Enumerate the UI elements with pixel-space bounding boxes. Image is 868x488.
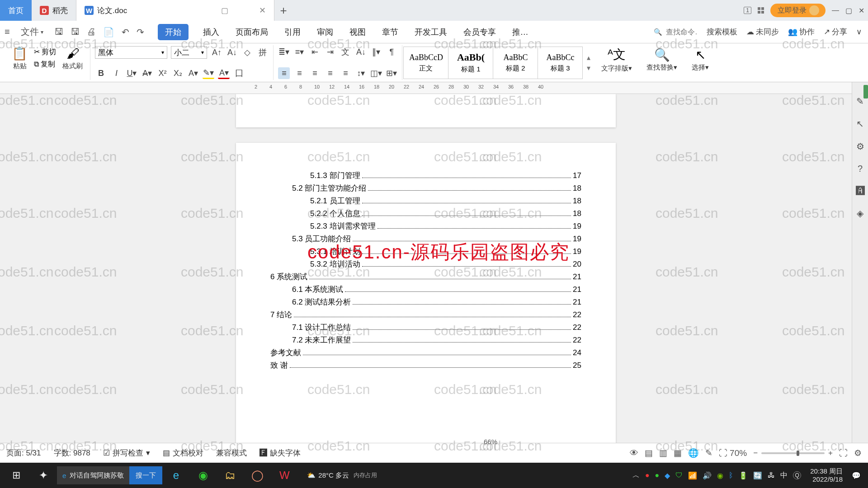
strike-icon[interactable]: A̶▾ bbox=[141, 67, 153, 79]
clear-format-icon[interactable]: ◇ bbox=[241, 47, 253, 58]
tray-q-icon[interactable]: Q bbox=[793, 471, 801, 479]
weather-widget[interactable]: ⛅ 28°C 多云 bbox=[307, 471, 349, 480]
outdent-icon[interactable]: ⇤ bbox=[309, 46, 321, 58]
ribbon-tab-8[interactable]: 会员专享 bbox=[462, 24, 498, 40]
font-size-select[interactable]: 小二▾ bbox=[171, 46, 207, 59]
style-item-1[interactable]: AaBb(标题 1 bbox=[448, 47, 493, 79]
document-viewport[interactable]: 5.1.3 部门管理175.2 部门主管功能介绍185.2.1 员工管理185.… bbox=[0, 94, 852, 468]
save-icon[interactable]: 🖫 bbox=[54, 27, 63, 37]
sync-status[interactable]: ☁ 未同步 bbox=[746, 27, 779, 37]
align-center-icon[interactable]: ≡ bbox=[293, 67, 305, 79]
start-button[interactable]: ⊞ bbox=[3, 469, 30, 481]
toc-entry[interactable]: 5.2.1 员工管理18 bbox=[270, 196, 581, 206]
toc-entry[interactable]: 6.2 测试结果分析21 bbox=[270, 297, 581, 307]
toc-entry[interactable]: 5.2.3 培训需求管理19 bbox=[270, 221, 581, 231]
ribbon-tab-6[interactable]: 章节 bbox=[380, 24, 400, 40]
toc-entry[interactable]: 5.3 员工功能介绍19 bbox=[270, 234, 581, 244]
apps-icon[interactable] bbox=[758, 7, 764, 14]
ribbon-tab-2[interactable]: 页面布局 bbox=[234, 24, 270, 40]
window-number-icon[interactable]: 1 bbox=[744, 7, 751, 14]
spell-check-toggle[interactable]: ☑ 拼写检查 ▾ bbox=[103, 448, 150, 458]
pointer-icon[interactable]: ↖ bbox=[856, 118, 864, 129]
collaborate-button[interactable]: 👥 协作 bbox=[788, 27, 815, 37]
tab-document[interactable]: W 论文.doc ▢ ✕ bbox=[76, 0, 274, 21]
tray-wifi-icon[interactable]: 📶 bbox=[688, 471, 697, 480]
text-direction-button[interactable]: ᴬ文文字排版▾ bbox=[599, 46, 635, 73]
document-page[interactable]: 5.1.3 部门管理175.2 部门主管功能介绍185.2.1 员工管理185.… bbox=[236, 143, 616, 468]
taskbar-app-icon[interactable]: ◯ bbox=[244, 465, 271, 486]
toc-entry[interactable]: 5.2.2 个人信息18 bbox=[270, 208, 581, 219]
sort-icon[interactable]: A↓ bbox=[355, 46, 367, 58]
font-family-select[interactable]: 黑体▾ bbox=[95, 46, 167, 59]
line-spacing-icon[interactable]: ‖▾ bbox=[370, 46, 382, 58]
borders-icon[interactable]: ⊞▾ bbox=[386, 67, 397, 79]
zoom-track[interactable] bbox=[761, 452, 825, 454]
tray-red-icon[interactable]: ● bbox=[645, 471, 650, 479]
line-height-icon[interactable]: ↕▾ bbox=[355, 67, 367, 79]
read-view-icon[interactable]: ▤ bbox=[645, 448, 653, 458]
format-brush-button[interactable]: 🖌 格式刷 bbox=[60, 46, 85, 70]
taskbar-search-button[interactable]: 搜一下 bbox=[129, 466, 162, 484]
fullscreen-icon[interactable]: ⛶ bbox=[839, 448, 848, 458]
tray-green-icon[interactable]: ● bbox=[655, 471, 660, 479]
taskbar-explorer-icon[interactable]: 🗂 bbox=[217, 465, 244, 486]
maximize-icon[interactable]: ▢ bbox=[845, 6, 852, 15]
toc-entry[interactable]: 6 系统测试21 bbox=[270, 272, 581, 282]
toc-entry[interactable]: 7 结论22 bbox=[270, 310, 581, 320]
proofread-button[interactable]: ▤ 文档校对 bbox=[163, 448, 203, 458]
taskbar-wps-icon[interactable]: W bbox=[271, 465, 298, 486]
shading-icon[interactable]: ◫▾ bbox=[370, 67, 382, 79]
indent-icon[interactable]: ⇥ bbox=[324, 46, 336, 58]
tray-sync-icon[interactable]: 🔄 bbox=[753, 471, 762, 480]
find-replace-button[interactable]: 🔍查找替换▾ bbox=[644, 47, 680, 72]
settings-icon[interactable]: ⚙ bbox=[854, 448, 862, 458]
paste-button[interactable]: 📋 粘贴 bbox=[9, 46, 30, 70]
align-left-icon[interactable]: ≡ bbox=[278, 67, 290, 79]
tray-shield-icon[interactable]: 🛡 bbox=[675, 471, 683, 479]
subscript-icon[interactable]: X₂ bbox=[172, 67, 184, 79]
tray-nvidia-icon[interactable]: ◉ bbox=[717, 471, 723, 480]
bold-icon[interactable]: B bbox=[95, 67, 107, 79]
style-up-icon[interactable]: ▴ bbox=[587, 53, 590, 62]
style-item-2[interactable]: AaBbC标题 2 bbox=[493, 47, 538, 79]
tab-close-icon[interactable]: ✕ bbox=[259, 5, 266, 15]
pen-icon[interactable]: ✎ bbox=[856, 96, 864, 107]
tab-restore-icon[interactable]: ▢ bbox=[221, 6, 228, 15]
zoom-slider[interactable]: − + bbox=[753, 449, 833, 458]
redo-icon[interactable]: ↷ bbox=[137, 27, 144, 38]
new-tab-button[interactable]: + bbox=[274, 0, 292, 21]
ribbon-tab-1[interactable]: 插入 bbox=[201, 24, 221, 40]
tray-volume-icon[interactable]: 🔊 bbox=[703, 471, 712, 480]
numbering-icon[interactable]: ≡▾ bbox=[293, 46, 305, 58]
style-item-0[interactable]: AaBbCcD正文 bbox=[403, 47, 448, 79]
search-command-input[interactable] bbox=[666, 28, 698, 36]
superscript-icon[interactable]: X² bbox=[156, 67, 168, 79]
page-view-icon[interactable]: ▥ bbox=[659, 448, 667, 458]
share-button[interactable]: ↗ 分享 bbox=[824, 27, 847, 37]
style-item-3[interactable]: AaBbCc标题 3 bbox=[538, 47, 583, 79]
show-marks-icon[interactable]: ¶ bbox=[386, 46, 397, 58]
search-command[interactable] bbox=[654, 28, 698, 36]
toc-entry[interactable]: 5.2 部门主管功能介绍18 bbox=[270, 183, 581, 193]
file-menu[interactable]: 文件▾ bbox=[17, 26, 47, 38]
close-icon[interactable]: ✕ bbox=[859, 6, 864, 15]
ribbon-tab-3[interactable]: 引用 bbox=[283, 24, 302, 40]
tab-home[interactable]: 首页 bbox=[0, 0, 32, 21]
toc-entry[interactable]: 5.3.2 培训活动20 bbox=[270, 259, 581, 269]
bullets-icon[interactable]: ≣▾ bbox=[278, 46, 290, 58]
login-button[interactable]: 立即登录 bbox=[770, 4, 826, 17]
distribute-icon[interactable]: ≡ bbox=[340, 67, 351, 79]
fit-width-icon[interactable]: ⛶ 70% bbox=[719, 448, 747, 458]
zoom-out-icon[interactable]: − bbox=[753, 449, 758, 458]
search-template[interactable]: 搜索模板 bbox=[707, 27, 737, 37]
tray-network-icon[interactable]: 🖧 bbox=[768, 471, 775, 479]
taskbar-ie-icon[interactable]: e bbox=[162, 465, 189, 486]
ribbon-tab-7[interactable]: 开发工具 bbox=[413, 24, 449, 40]
action-center-icon[interactable]: 💬 bbox=[852, 471, 861, 480]
grow-font-icon[interactable]: A↑ bbox=[211, 47, 222, 58]
select-button[interactable]: ↖选择▾ bbox=[689, 47, 712, 72]
char-border-icon[interactable]: 囗 bbox=[233, 67, 245, 79]
cut-button[interactable]: ✂ 剪切 bbox=[34, 47, 56, 57]
align-justify-icon[interactable]: ≡ bbox=[324, 67, 336, 79]
menubar-chevron-icon[interactable]: ∨ bbox=[856, 27, 862, 37]
